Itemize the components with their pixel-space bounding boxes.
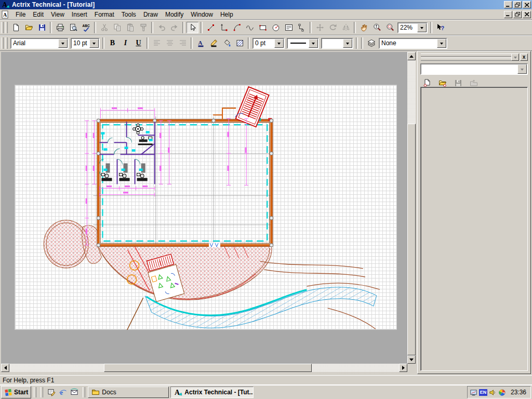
font-combo-dropdown-button[interactable]: [58, 39, 68, 48]
italic-button[interactable]: I: [119, 37, 131, 49]
horizontal-scroll-thumb[interactable]: [104, 364, 312, 372]
menu-insert[interactable]: Insert: [68, 10, 91, 19]
drawing-page[interactable]: [15, 85, 397, 330]
arc-tool[interactable]: [231, 22, 243, 33]
redo-button[interactable]: [168, 22, 180, 33]
bold-button[interactable]: B: [107, 37, 118, 49]
arrow-style-combo-dropdown-button[interactable]: [343, 39, 352, 48]
menu-help[interactable]: Help: [217, 10, 237, 19]
taskbar-grip[interactable]: [83, 387, 85, 397]
layer-combo-dropdown-button[interactable]: [437, 39, 446, 48]
spelling-button[interactable]: ABC: [80, 22, 92, 33]
mirror-button[interactable]: [340, 22, 352, 33]
minimize-button[interactable]: [504, 1, 512, 8]
internet-explorer-button[interactable]: e: [57, 387, 69, 398]
volume-icon[interactable]: [489, 389, 497, 396]
context-help-button[interactable]: ?: [434, 22, 446, 33]
pen-color-button[interactable]: [208, 37, 220, 49]
menu-modify[interactable]: Modify: [162, 10, 187, 19]
undo-button[interactable]: [155, 22, 167, 33]
panel-grip[interactable]: [421, 58, 516, 61]
menu-draw[interactable]: Draw: [140, 10, 162, 19]
outlook-express-button[interactable]: [69, 387, 80, 398]
task-actrix[interactable]: AActrix Technical - [Tut...: [170, 387, 254, 398]
toolbar-grip[interactable]: [5, 22, 8, 33]
pen-width-combo-dropdown-button[interactable]: [274, 39, 284, 48]
menu-edit[interactable]: Edit: [29, 10, 47, 19]
copy-button[interactable]: [111, 22, 123, 33]
zoom-button[interactable]: [371, 22, 383, 33]
panel-close-button[interactable]: x: [520, 54, 528, 61]
new-button[interactable]: [10, 22, 22, 33]
display-color-icon[interactable]: [498, 389, 506, 396]
task-docs[interactable]: Docs: [88, 387, 169, 398]
scroll-up-button[interactable]: [407, 52, 416, 60]
fill-color-button[interactable]: [221, 37, 233, 49]
toolbar-grip[interactable]: [5, 37, 8, 49]
align-left-button[interactable]: [151, 37, 163, 49]
panel-dropdown-button[interactable]: [511, 54, 519, 61]
hatch-button[interactable]: [234, 37, 246, 49]
library-combo-dropdown-button[interactable]: [517, 64, 527, 74]
line-tool[interactable]: [205, 22, 217, 33]
pan-button[interactable]: [358, 22, 370, 33]
close-button[interactable]: [523, 1, 531, 8]
start-button[interactable]: Start: [1, 386, 31, 398]
menu-tools[interactable]: Tools: [118, 10, 140, 19]
font-size-combo-dropdown-button[interactable]: [89, 39, 99, 48]
zoom-window-button[interactable]: [384, 22, 396, 33]
text-tool[interactable]: [283, 22, 295, 33]
select-tool[interactable]: [187, 22, 198, 33]
line-style-combo-dropdown-button[interactable]: [309, 39, 318, 48]
circle-tool[interactable]: [270, 22, 282, 33]
rectangle-tool[interactable]: [257, 22, 269, 33]
minimize-button[interactable]: [504, 11, 512, 18]
library-list[interactable]: [420, 87, 528, 371]
pen-width-combo[interactable]: 0 pt: [252, 38, 285, 49]
spline-tool[interactable]: [244, 22, 256, 33]
font-size-combo[interactable]: 10 pt: [71, 38, 100, 49]
align-center-button[interactable]: [164, 37, 176, 49]
taskbar-grip[interactable]: [41, 387, 43, 397]
menu-view[interactable]: View: [47, 10, 68, 19]
close-button[interactable]: [523, 11, 531, 18]
tray-power-icon[interactable]: [470, 389, 477, 396]
drawing-canvas[interactable]: [1, 52, 407, 364]
arrow-style-combo[interactable]: [321, 38, 353, 49]
menu-file[interactable]: File: [12, 10, 29, 19]
move-button[interactable]: [314, 22, 326, 33]
restore-button[interactable]: [513, 1, 522, 8]
format-painter-button[interactable]: [137, 22, 149, 33]
font-combo[interactable]: Arial: [10, 38, 69, 49]
connector-tool[interactable]: [296, 22, 308, 33]
language-indicator[interactable]: EN: [479, 389, 487, 396]
cut-button[interactable]: [98, 22, 110, 33]
vertical-scrollbar[interactable]: [407, 52, 416, 364]
print-button[interactable]: [54, 22, 66, 33]
toolbar-grip[interactable]: [1, 22, 4, 33]
scroll-left-button[interactable]: [1, 364, 9, 372]
layers-button[interactable]: [365, 37, 377, 49]
paste-button[interactable]: [124, 22, 136, 33]
horizontal-scrollbar[interactable]: [1, 364, 407, 372]
library-combo[interactable]: [420, 63, 528, 75]
toolbar-grip[interactable]: [1, 37, 4, 49]
vertical-scroll-thumb[interactable]: [407, 124, 416, 355]
menu-format[interactable]: Format: [91, 10, 118, 19]
show-desktop-button[interactable]: [46, 387, 57, 398]
taskbar-grip[interactable]: [34, 387, 36, 397]
zoom-level-combo[interactable]: 22%: [397, 22, 428, 33]
zoom-level-combo-dropdown-button[interactable]: [417, 23, 427, 32]
scroll-down-button[interactable]: [407, 355, 416, 364]
panel-grip[interactable]: [421, 54, 516, 57]
scroll-right-button[interactable]: [399, 364, 407, 372]
underline-button[interactable]: U: [132, 37, 144, 49]
rotate-button[interactable]: [327, 22, 339, 33]
node-line-tool[interactable]: [218, 22, 230, 33]
restore-button[interactable]: [513, 11, 522, 18]
open-button[interactable]: [23, 22, 35, 33]
line-style-combo[interactable]: [287, 38, 319, 49]
save-button[interactable]: [36, 22, 48, 33]
menu-window[interactable]: Window: [187, 10, 217, 19]
print-preview-button[interactable]: [67, 22, 79, 33]
